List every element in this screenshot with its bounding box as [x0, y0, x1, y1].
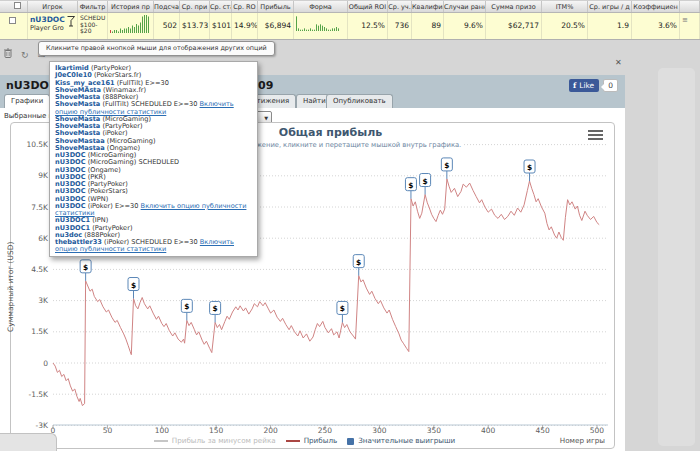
- achievement-icon: [67, 16, 75, 27]
- legend-item[interactable]: Прибыль: [286, 436, 338, 445]
- cell-avg_entrants: 736: [388, 13, 412, 39]
- col-header-history[interactable]: История пр: [108, 1, 154, 12]
- col-header-avg_stake[interactable]: Ср. ста: [210, 1, 232, 12]
- chart-legend: Прибыль за минусом рейкаПрибыльЗначитель…: [0, 436, 617, 445]
- refresh-icon[interactable]: ↻: [21, 50, 29, 60]
- close-icon[interactable]: ✕: [615, 58, 622, 67]
- cell-qualify: 89: [412, 13, 444, 39]
- row-checkbox[interactable]: [9, 17, 16, 24]
- tab-charts[interactable]: Графики: [4, 94, 50, 108]
- cell-avg_profit: $13.73: [180, 13, 210, 39]
- cell-menu: ≡: [680, 13, 700, 39]
- cell-coeff: 3.6%: [632, 13, 680, 39]
- facebook-like[interactable]: fLike0: [569, 79, 618, 92]
- results-table: ИгрокФильтрИстория прПодсчаСр. приСр. ст…: [0, 0, 700, 40]
- cell-early: 9.6%: [444, 13, 486, 39]
- dropdown-item[interactable]: nU3DOC (iPoker) E>=30 Включить опцию пуб…: [55, 203, 252, 218]
- col-header-coeff[interactable]: Коэффициен: [632, 1, 680, 12]
- col-header-games_day[interactable]: Ср. игры / д: [588, 1, 632, 12]
- dropdown-item[interactable]: thebattler33 (iPoker) SCHEDULED E>=30 Вк…: [55, 239, 252, 254]
- col-header-avg_profit[interactable]: Ср. при: [180, 1, 210, 12]
- col-header-total_roi[interactable]: Общий ROI: [348, 1, 388, 12]
- cell-total_winnings: $62,717: [486, 13, 542, 39]
- widget-title-fragment: 09: [258, 79, 273, 92]
- dropdown-item[interactable]: ShoveMasta (FullTilt) SCHEDULED E>=30 Вк…: [55, 101, 252, 116]
- table-header-row: ИгрокФильтрИстория прПодсчаСр. приСр. ст…: [0, 0, 700, 13]
- facebook-like-button[interactable]: fLike: [569, 79, 599, 92]
- col-header-player[interactable]: Игрок: [28, 1, 78, 12]
- table-row: nU3DOCPlayer GroSCHEDU$100-$20502$13.73$…: [0, 13, 700, 40]
- col-header-menu[interactable]: [680, 1, 700, 12]
- cell-filter: SCHEDU$100-$20: [78, 13, 108, 39]
- cell-avg_stake: $101: [210, 13, 232, 39]
- col-header-avg_roi[interactable]: Ср. RO: [232, 1, 258, 12]
- cell-avg_roi: 14.9%: [232, 13, 258, 39]
- cell-profit: $6,894: [258, 13, 294, 39]
- trash-icon[interactable]: [4, 50, 12, 60]
- cell-history: [108, 13, 154, 39]
- col-header-checkbox[interactable]: [0, 1, 28, 12]
- col-header-early[interactable]: Случаи ранн: [444, 1, 486, 12]
- col-header-avg_entrants[interactable]: Ср. уч.: [388, 1, 412, 12]
- col-header-form[interactable]: Форма: [294, 1, 348, 12]
- cell-count: 502: [154, 13, 180, 39]
- col-header-qualify[interactable]: Квалифика: [412, 1, 444, 12]
- tooltip: Кликните правой кнопкой мыши для отображ…: [38, 41, 275, 56]
- facebook-like-count: 0: [603, 79, 618, 92]
- cell-games_day: 1.9: [588, 13, 632, 39]
- cell-player: nU3DOCPlayer Gro: [28, 13, 78, 39]
- player-link[interactable]: nU3DOC: [30, 15, 65, 24]
- col-header-total_winnings[interactable]: Сумма призо: [486, 1, 542, 12]
- player-context-dropdown: Ikartimid (PartyPoker)J0eC0le10 (PokerSt…: [49, 61, 258, 257]
- cell-itm: 20.5%: [542, 13, 588, 39]
- cell-total_roi: 12.5%: [348, 13, 388, 39]
- chart-menu-icon[interactable]: [588, 130, 603, 142]
- header-checkbox[interactable]: [14, 2, 21, 9]
- scroll-area: [658, 68, 695, 446]
- col-header-itm[interactable]: ITM%: [542, 1, 588, 12]
- y-axis-title: Суммарный итог (USD): [6, 242, 15, 332]
- row-menu-icon[interactable]: ≡: [682, 16, 688, 24]
- cell-form: [294, 13, 348, 39]
- col-header-count[interactable]: Подсча: [154, 1, 180, 12]
- col-header-profit[interactable]: Прибыль: [258, 1, 294, 12]
- cell-checkbox[interactable]: [0, 13, 28, 39]
- tab-publish[interactable]: Опубликовать: [326, 94, 393, 108]
- col-header-filter[interactable]: Фильтр: [78, 1, 108, 12]
- bottom-toast: [0, 433, 57, 451]
- legend-item[interactable]: Значительные выигрыши: [347, 436, 455, 445]
- legend-item[interactable]: Прибыль за минусом рейка: [154, 436, 276, 445]
